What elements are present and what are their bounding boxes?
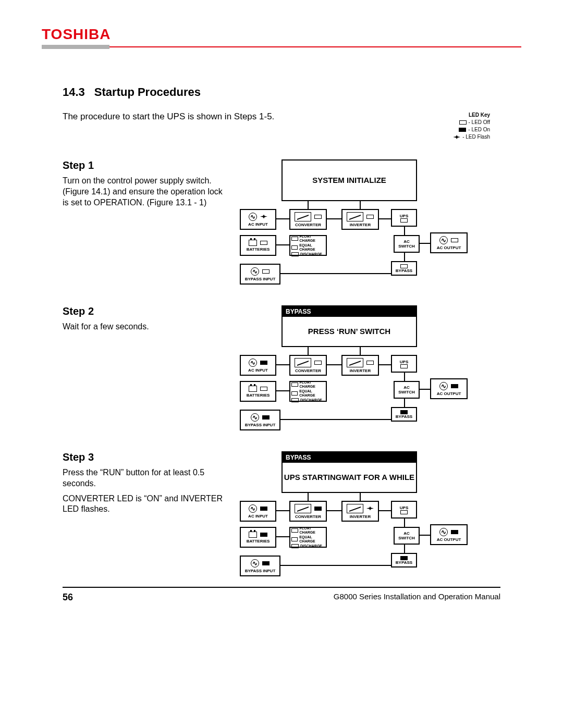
display-screen: UPS STARTINGWAIT FOR A WHILE [283,463,416,492]
step-row: Step 3Press the “RUN” button for at leas… [63,451,500,582]
page-footer: 56 G8000 Series Installation and Operati… [63,587,500,603]
led-on-label: - LED On [468,126,490,133]
step-body: CONVERTER LED is “ON” and INVERTER LED f… [63,493,229,515]
step-row: Step 1Turn on the control power supply s… [63,159,500,290]
inverter-icon [347,212,363,221]
bypass-input-label: BYPASS INPUT [245,569,276,573]
led-off-icon [400,264,408,268]
batteries-label: BATTERIES [247,247,270,252]
header-rule [42,45,521,49]
section-title-text: Startup Procedures [94,85,201,98]
ac-output-label: AC OUTPUT [437,537,461,542]
led-on-icon [451,530,458,534]
ac-output-box: AC OUTPUT [430,524,468,545]
inverter-box: INVERTER [341,209,379,230]
led-icon [291,237,298,241]
sine-icon [251,559,259,567]
intro-text: The procedure to start the UPS is shown … [63,112,443,122]
section-number: 14.3 [63,85,85,98]
inverter-icon [347,358,363,367]
led-off-icon [400,364,408,368]
led-on-icon [260,533,267,537]
led-on-icon [400,410,408,414]
battery-icon [249,240,257,246]
sine-icon [439,528,448,536]
diagram-column: BYPASS UPS STARTINGWAIT FOR A WHILE AC I… [240,451,500,582]
bypass-box: BYPASS [391,553,417,567]
bypass-input-label: BYPASS INPUT [245,423,276,427]
converter-icon [295,504,311,513]
led-icon [291,537,298,541]
inverter-icon [347,504,363,513]
ups-label: UPS [400,505,408,510]
display-box: SYSTEM INITIALIZE [282,159,417,201]
charge-box: FLOAT CHARGE EQUAL CHARGE DISCHARGE [289,527,327,548]
led-off-icon [366,361,374,365]
step-body: Wait for a few seconds. [63,322,229,332]
batteries-label: BATTERIES [247,393,270,398]
charge-box: FLOAT CHARGE EQUAL CHARGE DISCHARGE [289,381,327,402]
ac-output-label: AC OUTPUT [437,391,461,396]
inverter-label: INVERTER [350,223,371,227]
ac-input-label: AC INPUT [248,222,268,227]
converter-label: CONVERTER [295,368,321,373]
brand-logo: TOSHIBA [42,26,521,43]
discharge-label: DISCHARGE [300,544,322,548]
display-screen: SYSTEM INITIALIZE [283,161,416,200]
led-flash-icon [366,507,374,511]
led-off-icon [314,215,322,219]
inverter-box: INVERTER [341,355,379,376]
float-charge-label: FLOAT CHARGE [300,380,325,389]
led-on-icon [260,507,267,511]
equal-charge-label: EQUAL CHARGE [299,389,325,398]
led-icon [291,544,299,548]
led-icon [291,252,299,256]
led-off-icon [366,215,374,219]
sine-icon [249,504,257,513]
bypass-label: BYPASS [396,268,412,273]
ups-box: UPS [391,501,417,519]
led-icon [291,398,299,402]
display-box: BYPASS UPS STARTINGWAIT FOR A WHILE [282,451,417,493]
led-off-icon [260,241,267,245]
led-off-icon [459,120,467,125]
led-off-icon [260,387,267,391]
led-on-icon [451,384,458,388]
battery-icon [249,532,257,538]
float-charge-label: FLOAT CHARGE [300,235,325,243]
led-off-icon [262,269,270,274]
converter-box: CONVERTER [289,501,327,522]
ups-label: UPS [400,360,408,364]
page-number: 56 [63,592,73,603]
step-text: Step 2Wait for a few seconds. [63,305,229,337]
sine-icon [439,382,448,390]
ups-diagram: SYSTEM INITIALIZE AC INPUT CONVERTER INV… [240,159,469,290]
sine-icon [249,213,257,221]
ups-diagram: BYPASS UPS STARTINGWAIT FOR A WHILE AC I… [240,451,469,582]
led-key-title: LED Key [453,112,490,119]
led-flash-icon [260,215,267,219]
bypass-bar: BYPASS [283,452,416,463]
page-content: 14.3Startup Procedures The procedure to … [42,85,521,582]
display-box: BYPASS PRESS ‘RUN’ SWITCH [282,305,417,347]
step-body: Press the “RUN” button for at least 0.5 … [63,467,229,489]
ac-input-box: AC INPUT [240,209,276,230]
ups-diagram: BYPASS PRESS ‘RUN’ SWITCH AC INPUT CONVE… [240,305,469,436]
bypass-label: BYPASS [396,414,412,419]
equal-charge-label: EQUAL CHARGE [299,243,325,252]
ac-switch-box: AC SWITCH [394,381,420,399]
bypass-input-box: BYPASS INPUT [240,556,280,576]
led-flash-label: - LED Flash [462,133,490,141]
sine-icon [251,267,259,276]
ac-output-box: AC OUTPUT [430,378,468,399]
discharge-label: DISCHARGE [300,398,322,402]
led-icon [291,245,298,250]
bypass-label: BYPASS [396,560,412,565]
batteries-label: BATTERIES [247,539,270,544]
ups-box: UPS [391,209,417,227]
discharge-label: DISCHARGE [300,252,322,256]
led-on-icon [262,561,270,565]
bypass-box: BYPASS [391,261,417,276]
charge-box: FLOAT CHARGE EQUAL CHARGE DISCHARGE [289,235,327,256]
led-off-icon [400,218,408,223]
